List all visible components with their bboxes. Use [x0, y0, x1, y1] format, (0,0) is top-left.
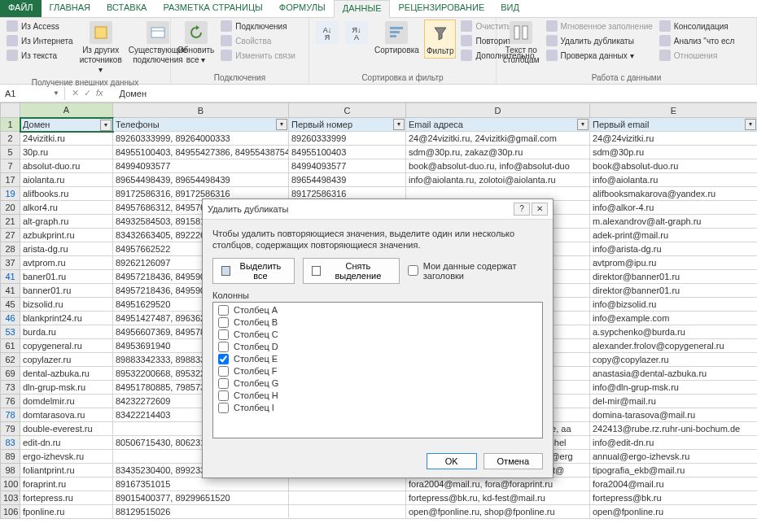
column-checkbox-item[interactable]: Столбец I: [213, 402, 542, 414]
cell[interactable]: 242413@rube.rz.ruhr-uni-bochum.de: [590, 422, 758, 436]
cell[interactable]: fortepress@bk.ru: [590, 491, 758, 505]
select-all-button[interactable]: Выделить все: [212, 258, 295, 284]
cell[interactable]: alifbooks.ru: [20, 187, 113, 201]
deselect-all-button[interactable]: Снять выделение: [303, 258, 400, 284]
cell[interactable]: bizsolid.ru: [20, 298, 113, 312]
table-header-cell[interactable]: Домен▾: [20, 118, 113, 132]
row-header[interactable]: 89: [1, 450, 20, 464]
cell[interactable]: copy@copylazer.ru: [590, 353, 758, 367]
ribbon-tab-формулы[interactable]: ФОРМУЛЫ: [271, 0, 334, 17]
row-header[interactable]: 78: [1, 408, 20, 422]
cell[interactable]: 89654498439: [289, 173, 406, 187]
text-to-columns-button[interactable]: Текст по столбцам: [501, 20, 541, 67]
cell[interactable]: sdm@30p.ru: [590, 146, 758, 159]
cell[interactable]: info@dln-grup-msk.ru: [590, 381, 758, 395]
filter-dropdown-icon[interactable]: ▾: [577, 119, 589, 130]
help-button[interactable]: ?: [514, 203, 530, 216]
cell[interactable]: 89015400377, 89299651520: [113, 491, 289, 505]
ribbon-item[interactable]: Из текста: [5, 49, 75, 62]
cell[interactable]: annual@ergo-izhevsk.ru: [590, 450, 758, 464]
cell[interactable]: 24@24vizitki.ru: [590, 132, 758, 146]
cell[interactable]: copylazer.ru: [20, 353, 113, 367]
col-header-B[interactable]: B: [113, 103, 289, 118]
row-header[interactable]: 41: [1, 270, 20, 284]
ribbon-tab-файл[interactable]: ФАЙЛ: [0, 0, 42, 17]
ribbon-tab-рецензирование[interactable]: РЕЦЕНЗИРОВАНИЕ: [390, 0, 492, 17]
cell[interactable]: info@aiolanta.ru: [590, 173, 758, 187]
row-header[interactable]: 73: [1, 381, 20, 395]
row-header[interactable]: 17: [1, 173, 20, 187]
ribbon-item[interactable]: Проверка данных ▾: [545, 49, 654, 62]
cell[interactable]: alifbooksmakarova@yandex.ru: [590, 187, 758, 201]
cancel-button[interactable]: Отмена: [484, 453, 543, 469]
ribbon-item[interactable]: Из Access: [5, 20, 75, 33]
sort-za-button[interactable]: Я↓А: [343, 20, 370, 47]
cell[interactable]: book@absolut-duo.ru, info@absolut-duo: [406, 159, 590, 173]
row-header[interactable]: 83: [1, 436, 20, 450]
cell[interactable]: 84955100403, 84955427386, 84955438754,: [113, 146, 289, 159]
row-header[interactable]: 61: [1, 339, 20, 353]
ribbon-item[interactable]: Из Интернета: [5, 34, 75, 47]
cell[interactable]: [289, 491, 406, 505]
cell[interactable]: adek-print@mail.ru: [590, 229, 758, 242]
cell[interactable]: direktor@banner01.ru: [590, 284, 758, 298]
cell[interactable]: info@bizsolid.ru: [590, 298, 758, 312]
cell[interactable]: info@alkor-4.ru: [590, 201, 758, 215]
row-header[interactable]: 62: [1, 353, 20, 367]
cell[interactable]: direktor@banner01.ru: [590, 270, 758, 284]
table-header-cell[interactable]: Телефоны▾: [113, 118, 289, 132]
row-header[interactable]: 100: [1, 477, 20, 491]
column-checkbox-item[interactable]: Столбец D: [213, 341, 542, 353]
cell[interactable]: 84955100403: [289, 146, 406, 159]
cell[interactable]: burda.ru: [20, 325, 113, 339]
row-header[interactable]: 106: [1, 505, 20, 519]
cell[interactable]: dental-azbuka.ru: [20, 367, 113, 381]
row-header[interactable]: 46: [1, 312, 20, 325]
name-box[interactable]: A1▼: [0, 87, 65, 100]
cell[interactable]: arista-dg.ru: [20, 242, 113, 256]
cell[interactable]: 89260333999: [289, 132, 406, 146]
row-header[interactable]: 41: [1, 284, 20, 298]
col-header-A[interactable]: A: [20, 103, 113, 118]
cell[interactable]: a.sypchenko@burda.ru: [590, 325, 758, 339]
cell[interactable]: m.alexandrov@alt-graph.ru: [590, 215, 758, 229]
ribbon-tab-вставка[interactable]: ВСТАВКА: [98, 0, 155, 17]
cell[interactable]: info@edit-dn.ru: [590, 436, 758, 450]
cell[interactable]: tipografia_ekb@mail.ru: [590, 464, 758, 477]
cell[interactable]: 30p.ru: [20, 146, 113, 159]
col-header-E[interactable]: E: [590, 103, 758, 118]
cell[interactable]: avtprom.ru: [20, 256, 113, 270]
cell[interactable]: open@fponline.ru, shop@fponline.ru: [406, 505, 590, 519]
cell[interactable]: fortepress.ru: [20, 491, 113, 505]
row-header[interactable]: 37: [1, 256, 20, 270]
row-header[interactable]: 21: [1, 215, 20, 229]
cell[interactable]: aiolanta.ru: [20, 173, 113, 187]
ribbon-item[interactable]: Анализ "что есл: [658, 34, 737, 47]
row-header[interactable]: 98: [1, 464, 20, 477]
ribbon-item[interactable]: Подключения: [219, 20, 297, 33]
cell[interactable]: info@example.com: [590, 312, 758, 325]
filter-dropdown-icon[interactable]: ▾: [276, 119, 287, 130]
cell[interactable]: fponline.ru: [20, 505, 113, 519]
cell[interactable]: [289, 505, 406, 519]
formula-input[interactable]: Домен: [113, 87, 757, 100]
cell[interactable]: azbukprint.ru: [20, 229, 113, 242]
ribbon-tab-данные[interactable]: ДАННЫЕ: [334, 0, 391, 18]
cell[interactable]: baner01.ru: [20, 270, 113, 284]
cell[interactable]: foliantprint.ru: [20, 464, 113, 477]
filter-button[interactable]: Фильтр: [424, 20, 457, 59]
has-headers-checkbox[interactable]: Мои данные содержат заголовки: [408, 261, 543, 281]
row-header[interactable]: 5: [1, 146, 20, 159]
cell[interactable]: 24vizitki.ru: [20, 132, 113, 146]
column-checkbox-item[interactable]: Столбец G: [213, 377, 542, 390]
cell[interactable]: info@arista-dg.ru: [590, 242, 758, 256]
cell[interactable]: info@aiolanta.ru, zolotoi@aiolanta.ru: [406, 173, 590, 187]
cell[interactable]: edit-dn.ru: [20, 436, 113, 450]
cell[interactable]: book@absolut-duo.ru: [590, 159, 758, 173]
cell[interactable]: alexander.frolov@copygeneral.ru: [590, 339, 758, 353]
table-header-cell[interactable]: Email адреса▾: [406, 118, 590, 132]
ok-button[interactable]: OK: [427, 453, 477, 469]
column-checkbox-item[interactable]: Столбец E: [213, 353, 542, 365]
cell[interactable]: fora2004@mail.ru: [590, 477, 758, 491]
cell[interactable]: copygeneral.ru: [20, 339, 113, 353]
